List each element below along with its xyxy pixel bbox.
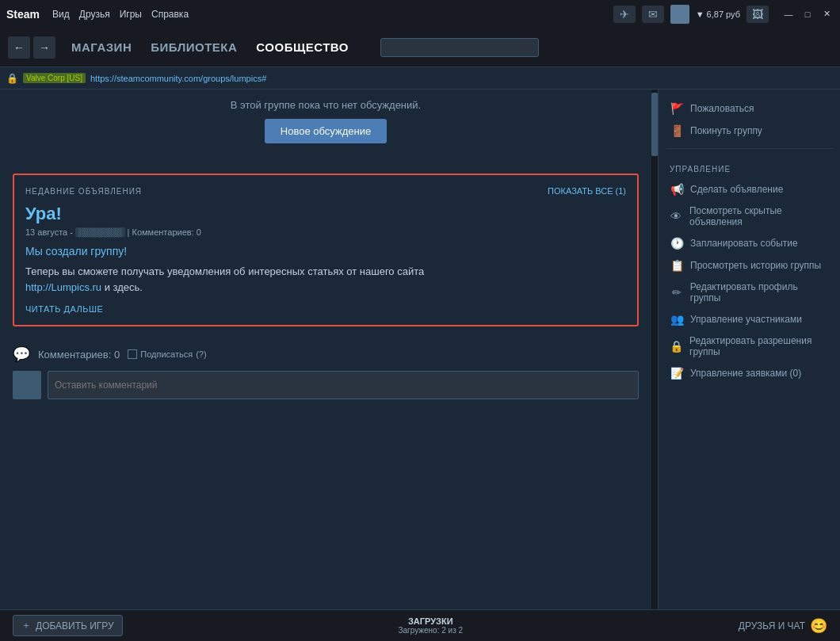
maximize-button[interactable]: □: [800, 7, 815, 21]
announcement-header: НЕДАВНИЕ ОБЪЯВЛЕНИЯ ПОКАЗАТЬ ВСЕ (1): [25, 186, 626, 196]
commenter-avatar: [13, 371, 41, 399]
body-text: Теперь вы сможете получать уведомления о…: [25, 265, 424, 277]
announcement-box: НЕДАВНИЕ ОБЪЯВЛЕНИЯ ПОКАЗАТЬ ВСЕ (1) Ура…: [13, 174, 639, 326]
main-layout: В этой группе пока что нет обсуждений. Н…: [0, 90, 840, 609]
nav-community[interactable]: СООБЩЕСТВО: [256, 40, 349, 54]
leave-label: Покинуть группу: [690, 125, 762, 136]
no-discussions-text: В этой группе пока что нет обсуждений.: [13, 99, 639, 111]
permissions-icon: 🔒: [670, 340, 683, 353]
new-discussion-button[interactable]: Новое обсуждение: [265, 119, 387, 143]
make-announcement-action[interactable]: 📢 Сделать объявление: [666, 178, 832, 200]
meta-author: ░░░░░░░: [75, 227, 125, 237]
bottom-right: ДРУЗЬЯ И ЧАТ 😊: [739, 617, 827, 635]
plus-icon: ＋: [21, 619, 31, 632]
manage-members-label: Управление участниками: [690, 314, 802, 325]
notification-icon[interactable]: ✈: [613, 6, 636, 23]
menu-friends[interactable]: Друзья: [79, 9, 110, 20]
content-area: В этой группе пока что нет обсуждений. Н…: [0, 90, 651, 609]
titlebar-menu: Вид Друзья Игры Справка: [52, 9, 189, 20]
minimize-button[interactable]: —: [781, 7, 796, 21]
announcement-meta: 13 августа - ░░░░░░░ | Комментариев: 0: [25, 227, 626, 237]
valve-badge: Valve Corp [US]: [23, 73, 86, 83]
titlebar: Steam Вид Друзья Игры Справка ✈ ✉ ▼ 6,87…: [0, 0, 840, 28]
announcement-section-label: НЕДАВНИЕ ОБЪЯВЛЕНИЯ: [25, 187, 142, 196]
subscribe-label-text: Подписаться: [140, 349, 193, 359]
subscribe-help-icon[interactable]: (?): [196, 349, 206, 359]
history-icon: 📋: [670, 259, 684, 272]
menu-view[interactable]: Вид: [52, 9, 70, 20]
comments-count: Комментариев: 0: [38, 349, 120, 361]
nav-links: МАГАЗИН БИБЛИОТЕКА СООБЩЕСТВО: [71, 40, 349, 54]
meta-date: 13 августа -: [25, 227, 73, 237]
comment-input-row: [13, 371, 639, 399]
bottom-left: ＋ ДОБАВИТЬ ИГРУ: [13, 615, 123, 636]
menu-help[interactable]: Справка: [151, 9, 189, 20]
view-hidden-action[interactable]: 👁 Посмотреть скрытые объявления: [666, 200, 832, 232]
friend-activity-icon[interactable]: ✉: [642, 6, 664, 23]
nav-search-input[interactable]: [380, 38, 539, 57]
account-balance[interactable]: ▼ 6,87 руб: [696, 10, 740, 19]
eye-icon: 👁: [670, 210, 683, 223]
schedule-event-label: Запланировать событие: [690, 238, 798, 249]
addressbar: 🔒 Valve Corp [US] https://steamcommunity…: [0, 67, 840, 90]
edit-profile-label: Редактировать профиль группы: [690, 281, 829, 303]
friends-chat-icon: 😊: [810, 617, 827, 635]
titlebar-right: ✈ ✉ ▼ 6,87 руб 🖼 — □ ✕: [613, 5, 834, 24]
comment-bubble-icon: 💬: [13, 345, 30, 363]
nav-arrows: ← →: [8, 36, 55, 59]
edit-profile-action[interactable]: ✏ Редактировать профиль группы: [666, 277, 832, 308]
schedule-event-action[interactable]: 🕐 Запланировать событие: [666, 232, 832, 254]
manage-requests-label: Управление заявками (0): [690, 368, 801, 379]
sidebar-divider-1: [666, 148, 832, 149]
add-game-label: ДОБАВИТЬ ИГРУ: [36, 620, 114, 631]
edit-icon: ✏: [670, 286, 684, 299]
view-hidden-label: Посмотреть скрытые объявления: [689, 205, 829, 227]
requests-icon: 📝: [670, 367, 684, 380]
discussions-header: В этой группе пока что нет обсуждений. Н…: [13, 90, 639, 161]
ssl-lock-icon: 🔒: [6, 73, 18, 84]
meta-comments: | Комментариев: 0: [128, 227, 201, 237]
nav-store[interactable]: МАГАЗИН: [71, 40, 132, 54]
manage-members-action[interactable]: 👥 Управление участниками: [666, 308, 832, 330]
read-more-link[interactable]: ЧИТАТЬ ДАЛЬШЕ: [25, 304, 626, 314]
nav-library[interactable]: БИБЛИОТЕКА: [151, 40, 237, 54]
subscribe-section: Подписаться (?): [128, 349, 206, 359]
user-avatar[interactable]: [670, 5, 689, 24]
forward-button[interactable]: →: [33, 36, 55, 59]
friends-chat-button[interactable]: ДРУЗЬЯ И ЧАТ 😊: [739, 617, 827, 635]
friends-chat-label: ДРУЗЬЯ И ЧАТ: [739, 620, 805, 631]
app-logo: Steam: [6, 8, 40, 21]
main-scrollbar[interactable]: [651, 90, 658, 609]
edit-permissions-label: Редактировать разрешения группы: [689, 335, 829, 357]
leave-action[interactable]: 🚪 Покинуть группу: [666, 120, 832, 142]
comment-input[interactable]: [48, 371, 639, 399]
report-action[interactable]: 🚩 Пожаловаться: [666, 97, 832, 120]
comments-section: 💬 Комментариев: 0 Подписаться (?): [13, 339, 639, 406]
menu-games[interactable]: Игры: [120, 9, 142, 20]
address-url[interactable]: https://steamcommunity.com/groups/lumpic…: [90, 74, 266, 83]
management-section-label: УПРАВЛЕНИЕ: [666, 155, 832, 178]
announcement-title[interactable]: Ура!: [25, 204, 626, 224]
comments-header: 💬 Комментариев: 0 Подписаться (?): [13, 345, 639, 363]
report-label: Пожаловаться: [690, 103, 754, 114]
announcement-icon: 📢: [670, 183, 684, 196]
close-button[interactable]: ✕: [819, 7, 834, 21]
navbar: ← → МАГАЗИН БИБЛИОТЕКА СООБЩЕСТВО: [0, 28, 840, 67]
flag-icon: 🚩: [670, 102, 684, 115]
edit-permissions-action[interactable]: 🔒 Редактировать разрешения группы: [666, 330, 832, 362]
add-game-button[interactable]: ＋ ДОБАВИТЬ ИГРУ: [13, 615, 123, 636]
view-history-action[interactable]: 📋 Просмотреть историю группы: [666, 254, 832, 277]
announcement-subtitle[interactable]: Мы создали группу!: [25, 245, 626, 258]
show-all-link[interactable]: ПОКАЗАТЬ ВСЕ (1): [548, 186, 626, 196]
clock-icon: 🕐: [670, 237, 684, 250]
back-button[interactable]: ←: [8, 36, 30, 59]
make-announcement-label: Сделать объявление: [690, 184, 783, 195]
bottom-bar: ＋ ДОБАВИТЬ ИГРУ ЗАГРУЗКИ Загружено: 2 из…: [0, 609, 840, 641]
manage-requests-action[interactable]: 📝 Управление заявками (0): [666, 362, 832, 384]
subscribe-checkbox[interactable]: [128, 349, 137, 359]
screenshot-icon[interactable]: 🖼: [746, 6, 769, 23]
exit-icon: 🚪: [670, 124, 684, 137]
scrollbar-thumb[interactable]: [651, 93, 658, 156]
view-history-label: Просмотреть историю группы: [690, 260, 821, 271]
announcement-link[interactable]: http://Lumpics.ru: [25, 281, 101, 293]
